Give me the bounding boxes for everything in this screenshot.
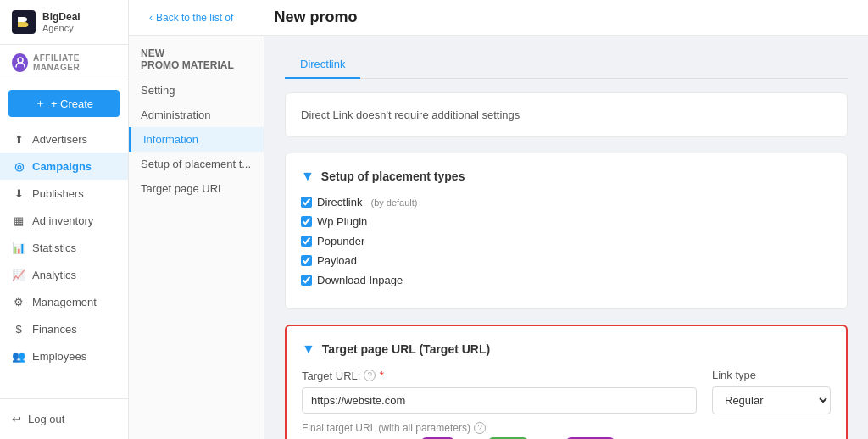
required-indicator: * <box>379 369 383 382</box>
final-url-label: Final target URL (with all parameters) ? <box>302 422 697 434</box>
target-url-info-icon[interactable]: ? <box>364 370 376 381</box>
sidebar-item-management[interactable]: ⚙ Management <box>0 288 128 315</box>
logout-button[interactable]: ↩ Log out <box>0 406 128 432</box>
back-link[interactable]: ‹ Back to the list of <box>149 12 233 24</box>
sidebar-item-finances[interactable]: $ Finances <box>0 315 128 342</box>
sidebar-item-employees[interactable]: 👥 Employees <box>0 342 128 370</box>
target-url-label: Target URL: ? * <box>302 369 697 382</box>
sidebar-footer: ↩ Log out <box>0 398 128 439</box>
logout-icon: ↩ <box>12 413 21 425</box>
sub-sidebar: New Promo material Setting Administratio… <box>129 36 264 439</box>
sub-nav-setting[interactable]: Setting <box>129 78 264 103</box>
info-box: Direct Link doesn't require additional s… <box>285 92 848 137</box>
tab-bar: Directlink <box>285 51 848 79</box>
checkbox-wp-plugin: Wp Plugin <box>301 215 832 228</box>
checkbox-wp-plugin-input[interactable] <box>301 216 312 227</box>
back-arrow-icon: ‹ <box>149 12 153 24</box>
upload-icon: ⬆ <box>12 132 25 146</box>
sidebar-item-campaigns[interactable]: ◎ Campaigns <box>0 153 128 180</box>
sidebar-item-analytics[interactable]: 📈 Analytics <box>0 261 128 288</box>
logo-icon <box>12 10 36 34</box>
settings-icon: ⚙ <box>12 295 25 308</box>
sidebar-item-statistics[interactable]: 📊 Statistics <box>0 234 128 261</box>
checkbox-popunder: Popunder <box>301 235 832 247</box>
content-area: New Promo material Setting Administratio… <box>129 36 868 439</box>
download-icon: ⬇ <box>12 186 25 200</box>
target-icon: ◎ <box>12 159 25 173</box>
placement-section-title: ▼ Setup of placement types <box>301 169 832 184</box>
logo-text: BigDeal Agency <box>42 11 81 33</box>
final-url-info-icon[interactable]: ? <box>474 422 486 434</box>
section-collapse-icon[interactable]: ▼ <box>301 169 314 184</box>
create-button[interactable]: ＋ + Create <box>8 90 120 117</box>
sidebar-nav: ⬆ Advertisers ◎ Campaigns ⬇ Publishers ▦… <box>0 125 128 398</box>
checkbox-payload-input[interactable] <box>301 255 312 266</box>
sidebar-item-ad-inventory[interactable]: ▦ Ad inventory <box>0 207 128 234</box>
sub-nav-information[interactable]: Information <box>129 127 264 152</box>
dollar-icon: $ <box>12 322 25 336</box>
main-area: ‹ Back to the list of New promo New Prom… <box>129 0 868 439</box>
sub-nav-target-url[interactable]: Target page URL <box>129 176 264 201</box>
target-url-field-row: Target URL: ? * Final target URL (with a… <box>302 369 831 439</box>
checkbox-download-inpage: Download Inpage <box>301 274 832 286</box>
sidebar-item-publishers[interactable]: ⬇ Publishers <box>0 180 128 207</box>
tab-directlink[interactable]: Directlink <box>285 51 360 79</box>
sidebar-item-advertisers[interactable]: ⬆ Advertisers <box>0 125 128 153</box>
bar-chart-icon: 📊 <box>12 241 25 254</box>
logo-area: BigDeal Agency <box>0 0 128 45</box>
checkbox-popunder-input[interactable] <box>301 236 312 247</box>
target-url-section-title: ▼ Target page URL (Target URL) <box>302 342 831 357</box>
topbar: ‹ Back to the list of New promo <box>129 0 868 36</box>
checkbox-directlink: Directlink (by default) <box>301 196 832 208</box>
placement-section: ▼ Setup of placement types Directlink (b… <box>285 153 848 309</box>
role-area: AFFILIATE MANAGER <box>0 45 128 81</box>
sub-sidebar-header: New Promo material <box>129 47 264 78</box>
target-url-group: Target URL: ? * Final target URL (with a… <box>302 369 697 439</box>
link-type-select[interactable]: Regular Advanced <box>712 386 831 414</box>
target-url-section-toggle[interactable]: ▼ <box>302 342 315 357</box>
checkbox-directlink-input[interactable] <box>301 197 312 208</box>
role-label: AFFILIATE MANAGER <box>33 53 116 72</box>
grid-icon: ▦ <box>12 214 25 227</box>
people-icon: 👥 <box>12 349 25 363</box>
page-title: New promo <box>274 8 357 26</box>
target-url-section: ▼ Target page URL (Target URL) Target UR… <box>285 325 848 439</box>
link-type-group: Link type Regular Advanced <box>712 369 831 414</box>
link-type-label: Link type <box>712 369 831 381</box>
form-area: Directlink Direct Link doesn't require a… <box>264 36 868 439</box>
sidebar: BigDeal Agency AFFILIATE MANAGER ＋ + Cre… <box>0 0 129 439</box>
plus-icon: ＋ <box>35 96 46 111</box>
sub-nav-setup[interactable]: Setup of placement t... <box>129 152 264 176</box>
sub-nav-administration[interactable]: Administration <box>129 103 264 127</box>
role-icon <box>12 53 28 72</box>
checkbox-payload: Payload <box>301 254 832 267</box>
create-label: + Create <box>51 97 93 110</box>
target-url-input[interactable] <box>302 387 697 414</box>
analytics-icon: 📈 <box>12 268 25 281</box>
checkbox-download-inpage-input[interactable] <box>301 275 312 286</box>
